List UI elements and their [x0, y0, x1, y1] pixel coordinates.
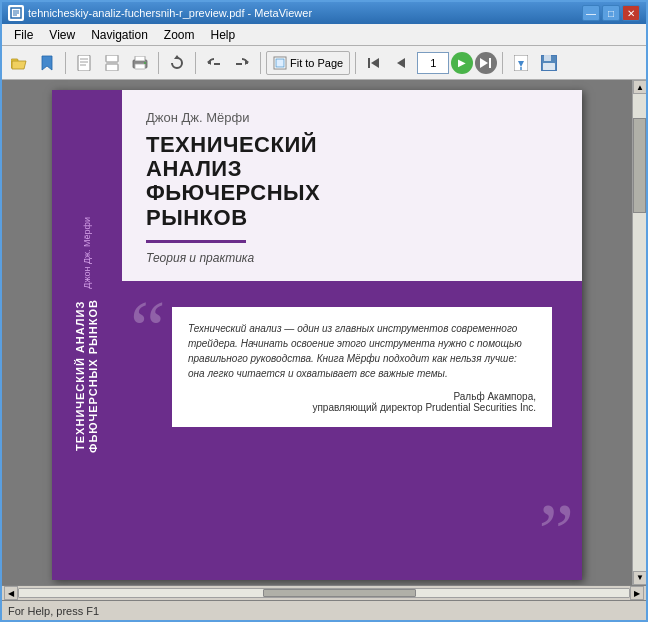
extract-button[interactable] [508, 50, 534, 76]
quote-box: Технический анализ — один из главных инс… [172, 307, 552, 427]
svg-rect-21 [276, 59, 284, 67]
page-main-content: Джон Дж. Мёрфи ТЕХНИЧЕСКИЙ АНАЛИЗ ФЬЮЧЕР… [122, 90, 582, 580]
hscroll-thumb[interactable] [263, 589, 416, 597]
title-bar: tehnicheskiy-analiz-fuchersnih-r_preview… [2, 2, 646, 24]
redo-button[interactable] [229, 50, 255, 76]
hscroll-track [18, 588, 630, 598]
page-number-input[interactable]: 1 [417, 52, 449, 74]
scroll-track [633, 94, 646, 571]
undo-button[interactable] [201, 50, 227, 76]
svg-rect-5 [78, 55, 90, 71]
toolbar-separator-3 [195, 52, 196, 74]
quote-author: Ральф Акампора, управляющий директор Pru… [188, 391, 536, 413]
bookmark-button[interactable] [34, 50, 60, 76]
svg-rect-9 [106, 55, 118, 62]
content-area: Джон Дж. Мёрфи ТЕХНИЧЕСКИЙ АНАЛИЗФЬЮЧЕРС… [2, 80, 646, 620]
svg-marker-25 [480, 58, 488, 68]
book-spine: Джон Дж. Мёрфи ТЕХНИЧЕСКИЙ АНАЛИЗФЬЮЧЕРС… [52, 90, 122, 580]
pdf-scroll-area[interactable]: Джон Дж. Мёрфи ТЕХНИЧЕСКИЙ АНАЛИЗФЬЮЧЕРС… [2, 80, 632, 585]
horizontal-scrollbar[interactable]: ◀ ▶ [2, 585, 646, 601]
maximize-button[interactable]: □ [602, 5, 620, 21]
pdf-book-title: ТЕХНИЧЕСКИЙ АНАЛИЗ ФЬЮЧЕРСНЫХ РЫНКОВ [146, 133, 558, 230]
scroll-down-button[interactable]: ▼ [633, 571, 646, 585]
toolbar-separator-2 [158, 52, 159, 74]
scroll-thumb[interactable] [633, 118, 646, 213]
quote-open-mark: “ [130, 289, 166, 369]
title-bar-left: tehnicheskiy-analiz-fuchersnih-r_preview… [8, 5, 312, 21]
first-page-button[interactable] [361, 50, 387, 76]
toolbar-separator-4 [260, 52, 261, 74]
svg-marker-24 [397, 58, 405, 68]
fit-to-page-label: Fit to Page [290, 57, 343, 69]
vertical-scrollbar[interactable]: ▲ ▼ [632, 80, 646, 585]
toolbar-separator-5 [355, 52, 356, 74]
pdf-subtitle: Теория и практика [146, 251, 558, 265]
top-section: Джон Дж. Мёрфи ТЕХНИЧЕСКИЙ АНАЛИЗ ФЬЮЧЕР… [122, 90, 582, 281]
menu-file[interactable]: File [6, 24, 41, 45]
svg-rect-31 [544, 55, 551, 61]
status-help-text: For Help, press F1 [8, 605, 99, 617]
fit-to-page-icon [273, 56, 287, 70]
app-icon [8, 5, 24, 21]
prev-page-button[interactable] [389, 50, 415, 76]
bottom-section: “ Технический анализ — один из главных и… [122, 281, 582, 580]
status-bar: For Help, press F1 [2, 600, 646, 620]
save-button[interactable] [536, 50, 562, 76]
menu-zoom[interactable]: Zoom [156, 24, 203, 45]
close-button[interactable]: ✕ [622, 5, 640, 21]
svg-marker-18 [245, 59, 249, 65]
svg-point-14 [144, 62, 146, 64]
svg-rect-10 [106, 64, 118, 71]
menu-navigation[interactable]: Navigation [83, 24, 156, 45]
hscroll-right-button[interactable]: ▶ [630, 586, 644, 600]
single-page-button[interactable] [71, 50, 97, 76]
print-button[interactable] [127, 50, 153, 76]
fit-to-page-button[interactable]: Fit to Page [266, 51, 350, 75]
title-underline [146, 240, 246, 243]
toolbar: Fit to Page 1 ▶ [2, 46, 646, 80]
svg-rect-32 [543, 63, 555, 70]
menu-bar: File View Navigation Zoom Help [2, 24, 646, 46]
rotate-button[interactable] [164, 50, 190, 76]
continuous-page-button[interactable] [99, 50, 125, 76]
window-title: tehnicheskiy-analiz-fuchersnih-r_preview… [28, 7, 312, 19]
menu-help[interactable]: Help [203, 24, 244, 45]
toolbar-separator-6 [502, 52, 503, 74]
quote-text: Технический анализ — один из главных инс… [188, 321, 536, 381]
quote-close-mark: ” [538, 492, 574, 572]
window-controls: — □ ✕ [582, 5, 640, 21]
next-page-button[interactable]: ▶ [451, 52, 473, 74]
svg-marker-16 [207, 59, 211, 65]
spine-title: ТЕХНИЧЕСКИЙ АНАЛИЗФЬЮЧЕРСНЫХ РЫНКОВ [74, 299, 100, 453]
svg-rect-13 [135, 64, 145, 69]
hscroll-left-button[interactable]: ◀ [4, 586, 18, 600]
svg-rect-12 [135, 56, 145, 61]
toolbar-separator-1 [65, 52, 66, 74]
svg-marker-15 [174, 55, 180, 59]
pdf-page: Джон Дж. Мёрфи ТЕХНИЧЕСКИЙ АНАЛИЗФЬЮЧЕРС… [52, 90, 582, 580]
pdf-view-area[interactable]: Джон Дж. Мёрфи ТЕХНИЧЕСКИЙ АНАЛИЗФЬЮЧЕРС… [2, 80, 646, 585]
open-button[interactable] [6, 50, 32, 76]
spine-author: Джон Дж. Мёрфи [82, 217, 92, 289]
scroll-up-button[interactable]: ▲ [633, 80, 646, 94]
pdf-author: Джон Дж. Мёрфи [146, 110, 558, 125]
app-window: tehnicheskiy-analiz-fuchersnih-r_preview… [0, 0, 648, 622]
last-page-button[interactable] [475, 52, 497, 74]
minimize-button[interactable]: — [582, 5, 600, 21]
svg-marker-23 [371, 58, 379, 68]
pdf-page-inner: Джон Дж. Мёрфи ТЕХНИЧЕСКИЙ АНАЛИЗФЬЮЧЕРС… [52, 90, 582, 580]
menu-view[interactable]: View [41, 24, 83, 45]
